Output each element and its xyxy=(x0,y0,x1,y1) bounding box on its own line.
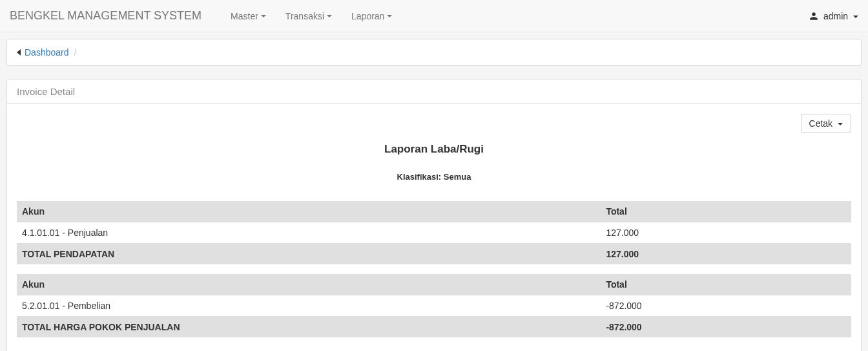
breadcrumb-dashboard-link[interactable]: Dashboard xyxy=(25,47,69,58)
cell-total: 127.000 xyxy=(601,222,851,243)
user-menu[interactable]: admin xyxy=(809,11,858,21)
breadcrumb: Dashboard / xyxy=(6,39,862,66)
print-button-label: Cetak xyxy=(809,118,833,129)
breadcrumb-separator: / xyxy=(74,47,77,58)
th-total: Total xyxy=(601,201,851,222)
cell-akun: 4.1.01.01 - Penjualan xyxy=(17,222,601,243)
app-brand: BENGKEL MANAGEMENT SYSTEM xyxy=(10,9,221,23)
menu-master-label: Master xyxy=(231,11,258,21)
table-total-row: TOTAL PENDAPATAN 127.000 xyxy=(17,243,851,264)
menu-transaksi[interactable]: Transaksi xyxy=(276,1,342,31)
cell-total-value: 127.000 xyxy=(601,243,851,264)
user-icon xyxy=(809,11,821,21)
report-title: Laporan Laba/Rugi xyxy=(17,143,851,156)
caret-down-icon xyxy=(838,123,843,125)
caret-down-icon xyxy=(853,16,858,18)
panel-heading: Invoice Detail xyxy=(7,80,861,104)
cell-total-value: -872.000 xyxy=(601,316,851,337)
caret-down-icon xyxy=(261,15,266,17)
panel-body: Cetak Laporan Laba/Rugi Klasifikasi: Sem… xyxy=(7,104,861,351)
th-akun: Akun xyxy=(17,274,601,295)
cell-total-label: TOTAL HARGA POKOK PENJUALAN xyxy=(17,316,601,337)
th-akun: Akun xyxy=(17,201,601,222)
table-row: 5.2.01.01 - Pembelian -872.000 xyxy=(17,295,851,316)
caret-down-icon xyxy=(327,15,332,17)
chevron-left-icon xyxy=(17,49,21,56)
print-button[interactable]: Cetak xyxy=(801,114,851,133)
toolbar: Cetak xyxy=(17,114,851,133)
navbar: BENGKEL MANAGEMENT SYSTEM Master Transak… xyxy=(0,0,868,32)
cell-total: -872.000 xyxy=(601,295,851,316)
report-subtitle: Klasifikasi: Semua xyxy=(17,172,851,182)
report-table-cogs: Akun Total 5.2.01.01 - Pembelian -872.00… xyxy=(17,274,851,337)
menu-transaksi-label: Transaksi xyxy=(285,11,324,21)
menu-master[interactable]: Master xyxy=(221,1,276,31)
invoice-panel: Invoice Detail Cetak Laporan Laba/Rugi K… xyxy=(6,79,862,351)
menu-laporan-label: Laporan xyxy=(351,11,384,21)
table-row: 4.1.01.01 - Penjualan 127.000 xyxy=(17,222,851,243)
report-table-income: Akun Total 4.1.01.01 - Penjualan 127.000… xyxy=(17,201,851,264)
cell-akun: 5.2.01.01 - Pembelian xyxy=(17,295,601,316)
navbar-menu: Master Transaksi Laporan xyxy=(221,1,809,31)
th-total: Total xyxy=(601,274,851,295)
menu-laporan[interactable]: Laporan xyxy=(342,1,402,31)
navbar-right: admin xyxy=(809,11,858,21)
cell-total-label: TOTAL PENDAPATAN xyxy=(17,243,601,264)
caret-down-icon xyxy=(387,15,392,17)
user-label: admin xyxy=(823,11,848,21)
table-total-row: TOTAL HARGA POKOK PENJUALAN -872.000 xyxy=(17,316,851,337)
